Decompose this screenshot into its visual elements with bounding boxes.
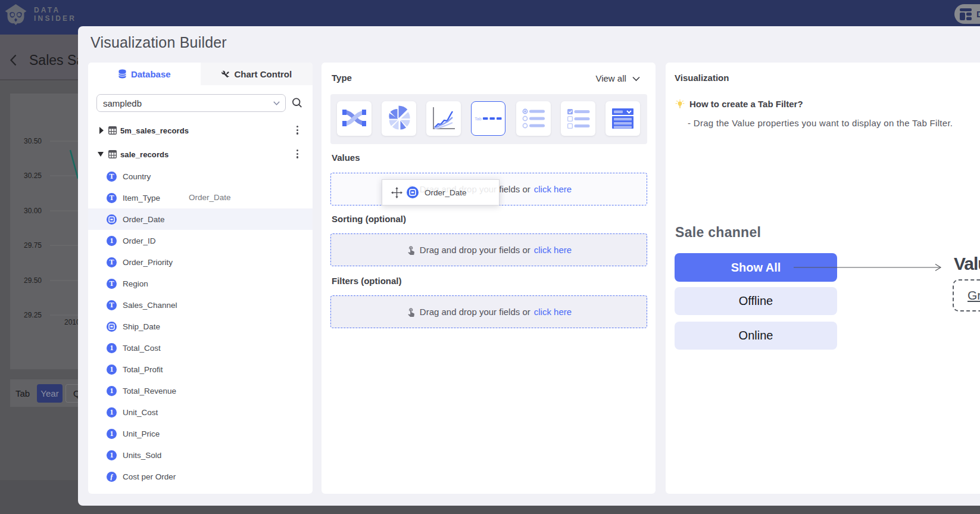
svg-text:30.25: 30.25 (24, 172, 42, 180)
svg-text:29.50: 29.50 (24, 276, 42, 285)
svg-text:30.00: 30.00 (24, 207, 42, 215)
svg-text:29.25: 29.25 (24, 311, 42, 319)
svg-text:29.75: 29.75 (24, 241, 42, 250)
svg-text:30.50: 30.50 (24, 137, 42, 145)
svg-text:2010: 2010 (64, 318, 78, 326)
